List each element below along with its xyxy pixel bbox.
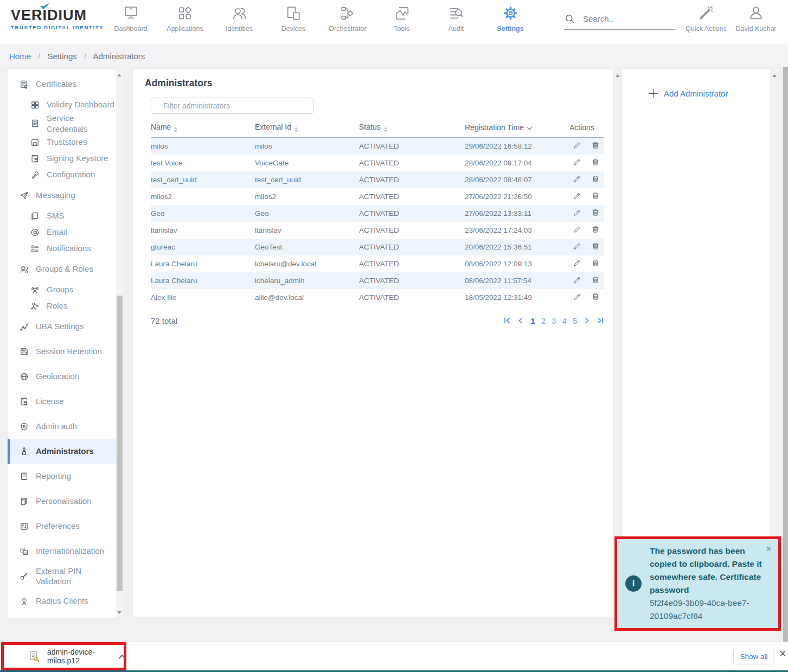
- sidebar-item[interactable]: Personalisation: [8, 489, 116, 514]
- sidebar-item[interactable]: License: [8, 389, 116, 414]
- pagination-page[interactable]: 5: [573, 316, 577, 325]
- delete-icon[interactable]: [591, 208, 600, 217]
- sidebar-item[interactable]: Certificates: [8, 72, 116, 97]
- sidebar-item[interactable]: UBA Settings: [8, 314, 116, 339]
- edit-icon[interactable]: [573, 208, 581, 217]
- delete-icon[interactable]: [591, 191, 600, 200]
- window-scrollbar[interactable]: [783, 67, 788, 642]
- filter-administrators-input[interactable]: [151, 98, 313, 114]
- sidebar-item[interactable]: Signing Keystore: [8, 150, 116, 167]
- scroll-up-icon[interactable]: [616, 74, 620, 77]
- table-row[interactable]: milos2 milos2 ACTIVATED 27/06/2022 21:26…: [151, 188, 604, 205]
- topnav-item[interactable]: Dashboard: [104, 4, 158, 33]
- sidebar-item[interactable]: SMS: [8, 208, 116, 224]
- delete-icon[interactable]: [591, 141, 600, 150]
- sidebar-item[interactable]: Configuration: [8, 167, 116, 183]
- delete-icon[interactable]: [591, 242, 600, 251]
- sidebar-item[interactable]: Administrators: [8, 439, 116, 464]
- chevron-up-icon[interactable]: [119, 654, 125, 661]
- user-menu[interactable]: David Kuchar: [733, 4, 779, 33]
- quick-actions-button[interactable]: Quick Actions: [684, 4, 728, 33]
- pagination-page[interactable]: 1: [530, 316, 535, 325]
- scroll-up-icon[interactable]: [772, 74, 777, 77]
- first-page-icon[interactable]: [503, 317, 511, 324]
- edit-icon[interactable]: [573, 175, 581, 183]
- edit-icon[interactable]: [573, 191, 581, 200]
- edit-icon[interactable]: [573, 242, 581, 251]
- sidebar-item[interactable]: Reporting: [8, 464, 116, 489]
- topnav-item[interactable]: Devices: [266, 4, 321, 33]
- delete-icon[interactable]: [591, 276, 600, 284]
- pagination-page[interactable]: 2: [541, 316, 546, 325]
- edit-icon[interactable]: [573, 158, 581, 167]
- sidebar-item[interactable]: Preferences: [8, 514, 116, 539]
- sidebar-scrollbar-thumb[interactable]: [117, 296, 123, 591]
- edit-icon[interactable]: [573, 141, 581, 150]
- table-row[interactable]: Geo Geo ACTIVATED 27/06/2022 13:33:11: [151, 205, 604, 222]
- sidebar-item[interactable]: Session Retention: [8, 339, 116, 364]
- table-row[interactable]: milos milos ACTIVATED 29/06/2022 16:58:1…: [151, 138, 604, 155]
- table-row[interactable]: ltanislav ltanislav ACTIVATED 23/06/2022…: [151, 222, 604, 239]
- show-all-button[interactable]: Show all: [733, 649, 774, 664]
- table-row[interactable]: Alex Ilie ailie@dev.local ACTIVATED 18/0…: [151, 289, 604, 306]
- sidebar-item[interactable]: Messaging: [8, 183, 116, 208]
- downloaded-file-chip[interactable]: admin-device-milos.p12: [4, 645, 124, 668]
- close-download-bar-icon[interactable]: ×: [779, 648, 786, 660]
- table-row[interactable]: gtureac GeoTest ACTIVATED 20/06/2022 15:…: [151, 239, 604, 255]
- main-scrollbar[interactable]: [613, 69, 622, 617]
- last-page-icon[interactable]: [597, 317, 604, 324]
- sidebar-item[interactable]: Admin auth: [8, 414, 116, 439]
- column-header-external-id[interactable]: External Id: [255, 123, 359, 138]
- sidebar-item[interactable]: Roles: [8, 298, 116, 314]
- delete-icon[interactable]: [591, 158, 600, 167]
- add-administrator-button[interactable]: Add Administrator: [622, 69, 770, 99]
- sidebar-item[interactable]: Radius Clients: [8, 588, 116, 613]
- topnav-item[interactable]: Tools: [375, 4, 429, 33]
- sort-icon[interactable]: [294, 127, 298, 132]
- topnav-item[interactable]: Applications: [158, 4, 212, 33]
- pagination-page[interactable]: 3: [552, 316, 556, 325]
- next-page-icon[interactable]: [583, 317, 591, 324]
- edit-icon[interactable]: [573, 259, 581, 267]
- sidebar-item[interactable]: Email: [8, 224, 116, 240]
- scroll-up-icon[interactable]: [117, 74, 121, 76]
- topnav-item[interactable]: Settings: [483, 4, 537, 33]
- sort-desc-icon[interactable]: [527, 125, 532, 130]
- table-row[interactable]: test Voice VoiceGate ACTIVATED 28/06/202…: [151, 155, 604, 171]
- sidebar-item[interactable]: Validity Dashboard: [8, 97, 116, 113]
- sidebar-item[interactable]: Service Credentials: [8, 113, 116, 134]
- previous-page-icon[interactable]: [517, 317, 524, 324]
- topnav-item[interactable]: Audit: [429, 4, 483, 33]
- sidebar-item[interactable]: SA Internationalization: [8, 539, 116, 564]
- table-row[interactable]: test_cert_uuid test_cert_uuid ACTIVATED …: [151, 171, 604, 188]
- delete-icon[interactable]: [591, 175, 600, 183]
- table-row[interactable]: Laura Chelaru lchelaru@dev.local ACTIVAT…: [151, 255, 604, 272]
- edit-icon[interactable]: [573, 276, 581, 284]
- table-row[interactable]: Laura Chelaru lchelaru_admin ACTIVATED 0…: [151, 272, 604, 289]
- sort-icon[interactable]: [384, 127, 387, 132]
- column-header-registration-time[interactable]: Registration Time: [465, 123, 569, 138]
- search-input[interactable]: [583, 14, 664, 23]
- breadcrumb-home[interactable]: Home: [9, 52, 31, 61]
- sidebar-item[interactable]: Groups: [8, 281, 116, 298]
- delete-icon[interactable]: [591, 259, 600, 267]
- edit-icon[interactable]: [573, 292, 581, 301]
- sidebar-item[interactable]: Truststores: [8, 134, 116, 150]
- close-icon[interactable]: ×: [766, 545, 771, 553]
- topnav-item[interactable]: Orchestrator: [321, 4, 375, 33]
- delete-icon[interactable]: [591, 225, 600, 234]
- sidebar-scrollbar[interactable]: [116, 69, 124, 618]
- edit-icon[interactable]: [573, 225, 581, 234]
- delete-icon[interactable]: [591, 292, 600, 301]
- scroll-down-icon[interactable]: [117, 611, 121, 614]
- sidebar-item[interactable]: Groups & Roles: [8, 257, 116, 281]
- sidebar-item[interactable]: Notifications: [8, 240, 116, 257]
- topnav-item[interactable]: Identities: [212, 4, 266, 33]
- pagination-page[interactable]: 4: [562, 316, 566, 325]
- column-header-status[interactable]: Status: [359, 123, 465, 138]
- sidebar-item[interactable]: Geolocation: [8, 364, 116, 389]
- veridium-logo[interactable]: VERIDIUM TRUSTED DIGITAL IDENTITY: [11, 7, 104, 30]
- sidebar-item[interactable]: External PIN Validation: [8, 564, 116, 588]
- sort-icon[interactable]: [174, 127, 177, 132]
- column-header-name[interactable]: Name: [151, 123, 255, 138]
